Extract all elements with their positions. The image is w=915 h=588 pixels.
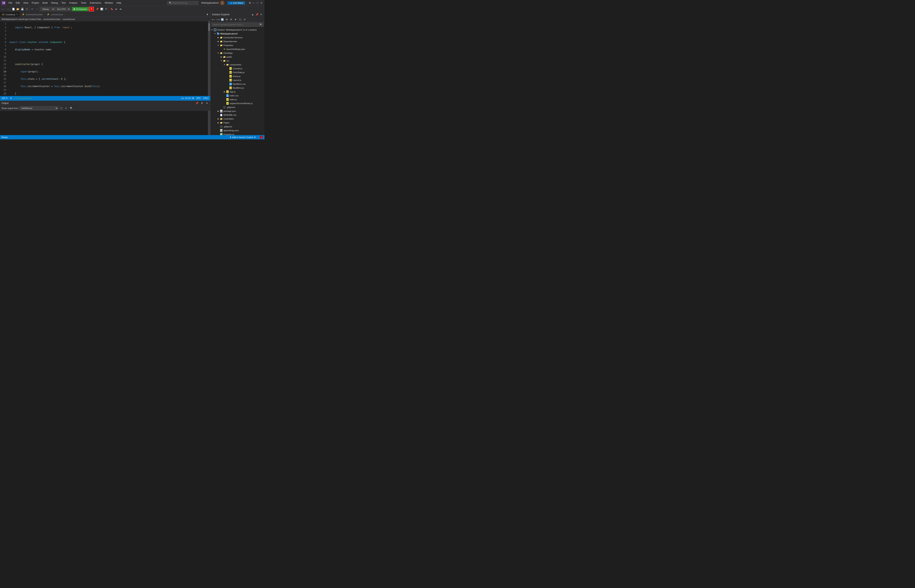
- iis-express-run-button[interactable]: ▶ IIS Express: [72, 7, 89, 11]
- tree-item-app-js[interactable]: ▶ JS App.js: [210, 90, 265, 94]
- save-button[interactable]: 💾: [20, 7, 24, 11]
- search-input[interactable]: [173, 2, 198, 4]
- tree-item-layout-js[interactable]: JS Layout.js: [210, 78, 265, 82]
- expand-pages[interactable]: ▶: [217, 122, 220, 124]
- tree-item-clientapp[interactable]: ▼ 📁 ClientApp: [210, 51, 265, 55]
- editor-scrollbar[interactable]: [208, 21, 210, 96]
- run-dropdown-highlighted[interactable]: ▼: [89, 7, 94, 11]
- se-view-button[interactable]: 👁: [229, 18, 233, 22]
- se-search-box[interactable]: 🔍: [211, 23, 264, 27]
- se-properties-button[interactable]: ⚙: [225, 18, 229, 22]
- output-source-select[interactable]: IntelliSense Build Debug: [19, 106, 58, 110]
- back-button[interactable]: ⟵: [1, 7, 5, 11]
- menu-test[interactable]: Test: [60, 1, 67, 5]
- maximize-button[interactable]: □: [256, 2, 259, 5]
- expand-connected[interactable]: ▶: [217, 37, 220, 39]
- undo-button[interactable]: ↩: [30, 7, 34, 11]
- tree-item-package-json[interactable]: ▶ JS package.json: [210, 109, 265, 113]
- tree-item-navmenu-css[interactable]: CSS NavMenu.css: [210, 82, 265, 86]
- se-collapse-button[interactable]: ⬛: [238, 18, 242, 22]
- tab-counter-js[interactable]: JS Counter.js ✕: [0, 12, 20, 17]
- output-float-button[interactable]: ⬆: [200, 102, 204, 105]
- minimize-button[interactable]: —: [252, 2, 255, 5]
- output-pin-button[interactable]: 📌: [195, 102, 199, 105]
- close-tab-counter[interactable]: ✕: [16, 13, 18, 16]
- tree-item-src[interactable]: ▼ 📁 src: [210, 59, 265, 63]
- prev-bookmark-button[interactable]: ⬅: [114, 7, 118, 11]
- zoom-dropdown[interactable]: ▼: [10, 97, 12, 99]
- profile-button[interactable]: 📊: [100, 7, 104, 11]
- forward-button[interactable]: ⟶: [6, 7, 10, 11]
- tree-item-connected-services[interactable]: ▶ 📁 Connected Services: [210, 36, 265, 39]
- platform-select[interactable]: Any CPU: [55, 7, 71, 11]
- se-filter-button[interactable]: ▼: [233, 18, 238, 22]
- bookmark-button[interactable]: 🔖: [110, 7, 114, 11]
- tree-item-register-sw[interactable]: JS registerServiceWorker.js: [210, 102, 265, 105]
- tree-item-index-js[interactable]: JS index.js: [210, 97, 265, 102]
- tree-item-counter-js[interactable]: JS Counter.js: [210, 66, 265, 71]
- scroll-thumb[interactable]: [209, 23, 210, 31]
- expand-controllers[interactable]: ▶: [217, 118, 220, 120]
- output-find-button[interactable]: 🔍: [69, 106, 73, 110]
- expand-dependencies[interactable]: ▶: [217, 40, 220, 42]
- menu-help[interactable]: Help: [115, 1, 123, 5]
- menu-window[interactable]: Window: [103, 1, 115, 5]
- source-control-dropdown[interactable]: ▼: [254, 136, 256, 138]
- next-bookmark-button[interactable]: ➡: [118, 7, 123, 11]
- attach-button[interactable]: 📌: [95, 7, 99, 11]
- se-back-button[interactable]: ⟵: [211, 18, 215, 22]
- tree-item-public[interactable]: ▶ 📁 public: [210, 55, 265, 59]
- bc-project[interactable]: WebApplication4 JavaScript Content Files: [2, 18, 41, 20]
- menu-project[interactable]: Project: [30, 1, 40, 5]
- save-all-button[interactable]: ⬛: [24, 7, 29, 11]
- expand-components[interactable]: ▼: [223, 64, 226, 66]
- settings-icon[interactable]: ⚙: [248, 2, 251, 5]
- tree-item-gitignore-root[interactable]: ⬛ .gitignore: [210, 124, 265, 129]
- tree-item-launch-settings[interactable]: ⚙ launchSettings.json: [210, 47, 265, 51]
- expand-public[interactable]: ▶: [220, 56, 223, 58]
- se-refresh-button[interactable]: ↺: [242, 18, 247, 22]
- tab-dropdown-button[interactable]: ▼: [205, 12, 210, 17]
- tree-item-home-js[interactable]: JS Home.js: [210, 74, 265, 78]
- new-file-button[interactable]: 📄: [11, 7, 16, 11]
- tree-item-navmenu-js[interactable]: JS NavMenu.js: [210, 86, 265, 90]
- tree-item-fetchdata-js[interactable]: JS FetchData.js: [210, 71, 265, 74]
- menu-build[interactable]: Build: [41, 1, 49, 5]
- output-close-button[interactable]: ✕: [205, 102, 209, 105]
- tree-item-controllers[interactable]: ▶ 📁 Controllers: [210, 117, 265, 121]
- debug-mode-select[interactable]: Debug Release: [40, 7, 55, 11]
- tree-item-appsettings[interactable]: JSON appsettings.json: [210, 129, 265, 132]
- code-content[interactable]: import React, { Component } from 'react'…: [8, 21, 208, 96]
- expand-src[interactable]: ▼: [220, 60, 223, 62]
- menu-extensions[interactable]: Extensions: [88, 1, 103, 5]
- output-scrollbar[interactable]: [208, 111, 210, 135]
- menu-analyze[interactable]: Analyze: [68, 1, 79, 5]
- search-box[interactable]: 🔍: [167, 1, 198, 5]
- tree-item-project[interactable]: ▼ WebApplication4: [210, 32, 265, 36]
- tree-item-properties[interactable]: ▼ 📁 Properties: [210, 44, 265, 47]
- expand-properties[interactable]: ▼: [217, 44, 220, 46]
- menu-view[interactable]: View: [22, 1, 30, 5]
- expand-app-js[interactable]: ▶: [223, 91, 226, 93]
- expand-clientapp[interactable]: ▼: [217, 52, 220, 54]
- menu-debug[interactable]: Debug: [50, 1, 60, 5]
- tree-item-dependencies[interactable]: ▶ 📁 Dependencies: [210, 39, 265, 44]
- perf-button[interactable]: ⏱: [104, 7, 108, 11]
- tab-increment-counter[interactable]: ⚡ incrementCounter: [20, 12, 45, 17]
- open-file-button[interactable]: 📂: [16, 7, 20, 11]
- menu-edit[interactable]: Edit: [14, 1, 21, 5]
- se-forward-button[interactable]: ⟶: [216, 18, 220, 22]
- tree-item-pages[interactable]: ▶ 📁 Pages: [210, 121, 265, 124]
- se-search-input[interactable]: [213, 23, 260, 26]
- redo-button[interactable]: ↪: [35, 7, 39, 11]
- expand-solution[interactable]: ▼: [210, 29, 213, 31]
- close-button[interactable]: ✕: [260, 2, 263, 5]
- tree-item-program-cs[interactable]: C# Program.cs: [210, 132, 265, 135]
- menu-tools[interactable]: Tools: [79, 1, 88, 5]
- expand-project[interactable]: ▼: [213, 33, 217, 35]
- tab-current-count[interactable]: ⚡ currentCount: [45, 12, 65, 17]
- tree-item-solution[interactable]: ▼ Solution 'WebApplication4' (1 of 1 pro…: [210, 28, 265, 32]
- bc-var[interactable]: currentCount: [63, 18, 75, 20]
- add-to-source-control-button[interactable]: ⬆ Add to Source Control ▼: [230, 136, 256, 139]
- tree-item-gitignore-client[interactable]: ⬛ .gitignore: [210, 105, 265, 109]
